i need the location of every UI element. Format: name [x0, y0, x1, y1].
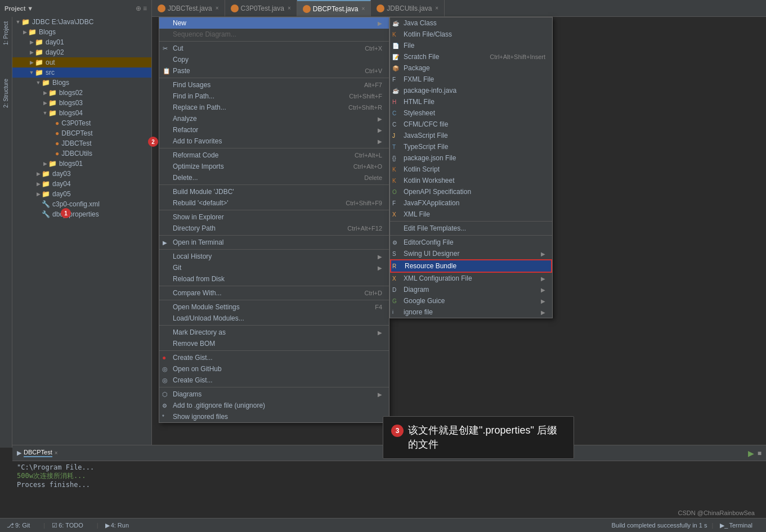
menu-item-findinpath[interactable]: Find in Path... Ctrl+Shift+F — [159, 91, 389, 102]
menu-item-showignored[interactable]: * Show ignored files — [159, 411, 389, 422]
tree-src[interactable]: ▼ 📁 src — [12, 67, 151, 78]
menu-item-cut[interactable]: ✂ Cut Ctrl+X — [159, 43, 389, 54]
menu-item-creategist2[interactable]: ◎ Create Gist... — [159, 375, 389, 386]
tree-dbcp-props[interactable]: 🔧 dbcp.properties — [12, 209, 151, 219]
submenu-pkginfojava[interactable]: ☕ package-info.java — [390, 85, 552, 96]
menu-item-findusages[interactable]: Find Usages Alt+F7 — [159, 79, 389, 91]
run-stop-btn[interactable]: ■ — [758, 449, 761, 457]
run-tab-label[interactable]: DBCPTest — [24, 449, 52, 457]
menu-item-removebom[interactable]: Remove BOM — [159, 338, 389, 349]
menu-item-openongithub[interactable]: ◎ Open on GitHub — [159, 363, 389, 375]
submenu-swingui[interactable]: S Swing UI Designer ▶ — [390, 248, 552, 259]
project-label[interactable]: 1: Project — [3, 21, 9, 45]
menu-item-reformat[interactable]: Reformat Code Ctrl+Alt+L — [159, 150, 389, 161]
submenu-editorconfig[interactable]: ⚙ EditorConfig File — [390, 237, 552, 248]
submenu-javaclass[interactable]: ☕ Java Class — [390, 17, 552, 29]
menu-item-new[interactable]: New ▶ — [159, 17, 389, 29]
menu-item-paste[interactable]: 📋 Paste Ctrl+V — [159, 65, 389, 76]
tree-blogs2[interactable]: ▼ 📁 Blogs — [12, 78, 151, 88]
badge-2: 2 — [148, 137, 158, 147]
submenu-ignorefile[interactable]: i ignore file ▶ — [390, 306, 552, 318]
tab-jdbctest-close[interactable]: × — [216, 5, 219, 11]
menu-item-copy[interactable]: Copy — [159, 54, 389, 65]
tree-day03[interactable]: ▶ 📁 day03 — [12, 169, 151, 179]
tree-jdbcutils-file[interactable]: ● JDBCUtils — [12, 148, 151, 159]
tree-blogs04[interactable]: ▼ 📁 blogs04 — [12, 108, 151, 118]
tree-out[interactable]: ▶ 📁 out — [12, 57, 151, 67]
tree-blogs02[interactable]: ▶ 📁 blogs02 — [12, 88, 151, 98]
tree-dbcptest[interactable]: ● DBCPTest — [12, 128, 151, 138]
run-tab-close[interactable]: × — [55, 450, 58, 456]
submenu-edittemplate[interactable]: Edit File Templates... — [390, 223, 552, 234]
submenu-xmlconfig[interactable]: X XML Configuration File ▶ — [390, 273, 552, 284]
submenu-package[interactable]: 📦 Package — [390, 62, 552, 74]
menu-item-reloaddisk[interactable]: Reload from Disk — [159, 273, 389, 285]
tree-c3p0test[interactable]: ● C3P0Test — [12, 118, 151, 128]
menu-item-addgitignore[interactable]: ⚙ Add to .gitignore file (unignore) — [159, 400, 389, 411]
tab-c3p0test[interactable]: C3P0Test.java × — [225, 0, 297, 17]
menu-item-analyze[interactable]: Analyze ▶ — [159, 113, 389, 124]
submenu-xmlfile[interactable]: X XML File — [390, 209, 552, 220]
menu-item-delete[interactable]: Delete... Delete — [159, 172, 389, 183]
tree-jdbctest-file[interactable]: ● JDBCTest — [12, 138, 151, 148]
menu-item-diagrams[interactable]: ⬡ Diagrams ▶ — [159, 389, 389, 400]
menu-item-refactor[interactable]: Refactor ▶ — [159, 124, 389, 136]
menu-item-compare[interactable]: Compare With... Ctrl+D — [159, 287, 389, 299]
submenu-swingui-arrow: ▶ — [541, 251, 545, 257]
menu-item-favorites[interactable]: Add to Favorites ▶ — [159, 136, 389, 147]
terminal-btn[interactable]: ▶_ Terminal — [718, 522, 755, 529]
submenu-openapi[interactable]: O OpenAPI Specification — [390, 186, 552, 197]
submenu-kotlinworksheet[interactable]: K Kotlin Worksheet — [390, 175, 552, 186]
menu-item-optimize[interactable]: Optimize Imports Ctrl+Alt+O — [159, 161, 389, 172]
submenu-packagejson[interactable]: {} package.json File — [390, 152, 552, 164]
submenu-kotlinfile[interactable]: K Kotlin File/Class — [390, 29, 552, 40]
submenu-resourcebundle[interactable]: R Resource Bundle — [390, 259, 552, 273]
submenu-googleguice[interactable]: G Google Guice ▶ — [390, 295, 552, 306]
tree-day05[interactable]: ▶ 📁 day05 — [12, 189, 151, 199]
tree-day02[interactable]: ▶ 📁 day02 — [12, 47, 151, 57]
menu-item-rebuild[interactable]: Rebuild '<default>' Ctrl+Shift+F9 — [159, 197, 389, 209]
menu-item-git[interactable]: Git ▶ — [159, 262, 389, 273]
submenu-fxmlfile[interactable]: F FXML File — [390, 74, 552, 85]
tab-dbcptest[interactable]: DBCPTest.java × — [297, 0, 371, 17]
submenu-kotlinscript[interactable]: K Kotlin Script — [390, 164, 552, 175]
tab-jdbctest[interactable]: JDBCTest.java × — [152, 0, 225, 17]
tree-c3p0-xml[interactable]: 🔧 c3p0-config.xml — [12, 199, 151, 209]
run-play-btn[interactable]: ▶ — [748, 449, 754, 458]
tree-root-label: JDBC E:\Java\JDBC — [32, 18, 93, 26]
menu-item-terminal[interactable]: ▶ Open in Terminal — [159, 237, 389, 248]
menu-item-showinexplorer[interactable]: Show in Explorer — [159, 211, 389, 223]
menu-item-creategist[interactable]: ● Create Gist... — [159, 352, 389, 363]
tree-day01[interactable]: ▶ 📁 day01 — [12, 37, 151, 47]
submenu-scratchfile[interactable]: 📝 Scratch File Ctrl+Alt+Shift+Insert — [390, 51, 552, 62]
menu-item-loadunload[interactable]: Load/Unload Modules... — [159, 313, 389, 324]
menu-item-localhistory[interactable]: Local History ▶ — [159, 251, 389, 262]
tree-blogs03[interactable]: ▶ 📁 blogs03 — [12, 98, 151, 108]
todo-bottom-btn[interactable]: ☑ 6: TODO — [50, 522, 86, 529]
submenu-file[interactable]: 📄 File — [390, 40, 552, 51]
menu-item-modulesettings[interactable]: Open Module Settings F4 — [159, 301, 389, 313]
menu-item-replaceinpath[interactable]: Replace in Path... Ctrl+Shift+R — [159, 102, 389, 113]
submenu-stylesheet[interactable]: C Stylesheet — [390, 107, 552, 119]
tab-dbcptest-close[interactable]: × — [361, 6, 365, 12]
submenu-cfmlcfc[interactable]: C CFML/CFC file — [390, 119, 552, 130]
submenu-htmlfile[interactable]: H HTML File — [390, 96, 552, 107]
git-bottom-btn[interactable]: ⎇ 9: Git — [5, 522, 32, 529]
tab-jdbcutils-close[interactable]: × — [435, 5, 438, 11]
tree-root[interactable]: ▼ 📁 JDBC E:\Java\JDBC — [12, 17, 151, 27]
submenu-diagram[interactable]: D Diagram ▶ — [390, 284, 552, 295]
tree-blogs[interactable]: ▶ 📁 Blogs — [12, 27, 151, 37]
menu-item-markdir[interactable]: Mark Directory as ▶ — [159, 327, 389, 338]
tab-c3p0test-close[interactable]: × — [288, 5, 291, 11]
structure-label[interactable]: 2: Structure — [3, 79, 9, 108]
tab-jdbcutils[interactable]: JDBCUtils.java × — [371, 0, 445, 17]
tree-day04[interactable]: ▶ 📁 day04 — [12, 179, 151, 189]
run-bottom-btn[interactable]: ▶ 4: Run — [103, 522, 131, 529]
submenu-typescript[interactable]: T TypeScript File — [390, 141, 552, 152]
submenu-javascript[interactable]: J JavaScript File — [390, 130, 552, 141]
menu-item-dirpath[interactable]: Directory Path Ctrl+Alt+F12 — [159, 223, 389, 234]
tree-blogs01[interactable]: ▶ 📁 blogs01 — [12, 159, 151, 169]
menu-item-buildmodule[interactable]: Build Module 'JDBC' — [159, 186, 389, 197]
submenu-javafxapp[interactable]: F JavaFXApplication — [390, 197, 552, 209]
submenu-diagram-arrow: ▶ — [541, 287, 545, 293]
